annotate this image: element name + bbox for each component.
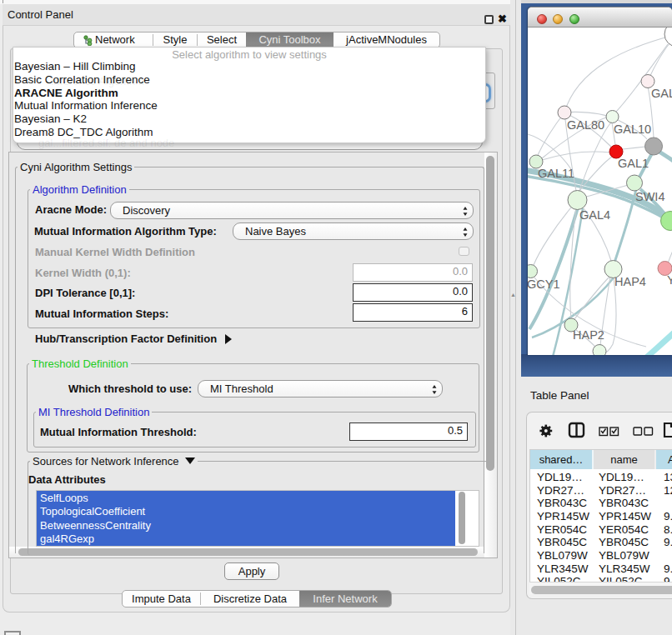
svg-text:GAL4: GAL4: [579, 208, 610, 222]
svg-text:GAL10: GAL10: [614, 122, 651, 136]
svg-text:GAL7: GAL7: [651, 87, 672, 100]
svg-text:GAL80: GAL80: [567, 118, 604, 132]
svg-text:SWI4: SWI4: [635, 190, 664, 203]
svg-text:GAL1: GAL1: [618, 157, 649, 170]
svg-text:HAP4: HAP4: [614, 275, 646, 288]
svg-text:HAP2: HAP2: [573, 328, 604, 342]
svg-text:GCY1: GCY1: [528, 278, 560, 291]
svg-text:Y: Y: [667, 273, 672, 287]
svg-text:GAL11: GAL11: [538, 167, 574, 180]
